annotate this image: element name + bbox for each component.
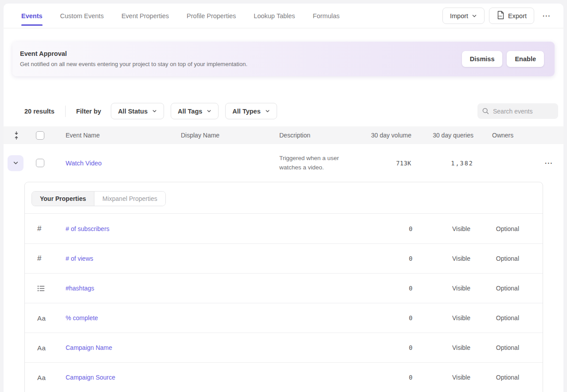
tab-your-properties[interactable]: Your Properties <box>32 192 94 206</box>
column-volume[interactable]: 30 day volume <box>364 132 412 139</box>
csv-file-icon: csv <box>497 11 504 21</box>
svg-text:csv: csv <box>499 15 502 17</box>
events-table-header: Event Name Display Name Description 30 d… <box>4 126 563 144</box>
property-count: 0 <box>346 285 413 292</box>
tags-filter-dropdown[interactable]: All Tags <box>171 103 219 119</box>
import-button-label: Import <box>450 12 468 20</box>
property-requirement: Optional <box>470 344 519 351</box>
status-filter-label: All Status <box>118 108 148 115</box>
list-type-icon <box>37 285 45 292</box>
column-owners[interactable]: Owners <box>474 132 532 139</box>
import-button[interactable]: Import <box>442 8 485 24</box>
text-type-icon: Aa <box>37 314 46 322</box>
property-name-link[interactable]: #hashtags <box>66 285 94 292</box>
property-count: 0 <box>346 225 413 232</box>
property-row: Aa % complete 0 Visible Optional <box>25 303 543 333</box>
tab-mixpanel-properties[interactable]: Mixpanel Properties <box>94 192 165 206</box>
enable-button[interactable]: Enable <box>507 51 544 67</box>
properties-tabs-wrap: Your Properties Mixpanel Properties <box>25 182 543 214</box>
search-icon <box>482 107 489 115</box>
tab-event-properties[interactable]: Event Properties <box>121 4 169 28</box>
tab-profile-properties[interactable]: Profile Properties <box>187 4 236 28</box>
tab-events[interactable]: Events <box>21 4 43 28</box>
property-visibility: Visible <box>413 285 470 292</box>
property-requirement: Optional <box>470 225 519 232</box>
main-card: Events Custom Events Event Properties Pr… <box>4 4 563 392</box>
property-name-link[interactable]: Campaign Source <box>66 374 115 381</box>
search-input[interactable] <box>493 108 554 115</box>
property-requirement: Optional <box>470 255 519 262</box>
event-description: Triggered when a user watches a video. <box>275 154 364 172</box>
more-options-icon[interactable]: ⋯ <box>539 12 555 20</box>
filter-row: 20 results Filter by All Status All Tags… <box>4 103 563 119</box>
number-type-icon: # <box>37 254 41 263</box>
property-count: 0 <box>346 344 413 351</box>
select-all-checkbox[interactable] <box>36 131 44 140</box>
column-description[interactable]: Description <box>275 132 364 139</box>
property-name-link[interactable]: Campaign Name <box>66 344 112 351</box>
banner-title: Event Approval <box>20 49 247 59</box>
chevron-down-icon <box>152 109 157 114</box>
tab-formulas[interactable]: Formulas <box>313 4 340 28</box>
property-requirement: Optional <box>470 285 519 292</box>
collapse-row-button[interactable] <box>8 155 23 171</box>
dismiss-button[interactable]: Dismiss <box>462 51 503 67</box>
property-requirement: Optional <box>470 314 519 321</box>
event-volume: 713K <box>364 160 412 167</box>
column-event-name[interactable]: Event Name <box>62 132 176 139</box>
properties-tab-control: Your Properties Mixpanel Properties <box>31 191 166 206</box>
top-navigation: Events Custom Events Event Properties Pr… <box>4 4 563 28</box>
property-row: Aa Campaign Name 0 Visible Optional <box>25 333 543 362</box>
chevron-down-icon <box>13 160 19 166</box>
status-filter-dropdown[interactable]: All Status <box>111 103 164 119</box>
property-name-link[interactable]: # of subscribers <box>66 225 109 232</box>
text-type-icon: Aa <box>37 374 46 381</box>
tab-custom-events[interactable]: Custom Events <box>60 4 104 28</box>
property-visibility: Visible <box>413 344 470 351</box>
search-box <box>477 103 558 119</box>
event-approval-banner: Event Approval Get notified on all new e… <box>12 42 555 76</box>
banner-description: Get notified on all new events entering … <box>20 60 247 69</box>
property-name-link[interactable]: # of views <box>66 255 93 262</box>
export-button[interactable]: csv Export <box>489 8 534 24</box>
number-type-icon: # <box>37 224 41 233</box>
tags-filter-label: All Tags <box>178 108 202 115</box>
row-checkbox[interactable] <box>36 159 44 167</box>
property-visibility: Visible <box>413 225 470 232</box>
property-visibility: Visible <box>413 255 470 262</box>
nav-tabs: Events Custom Events Event Properties Pr… <box>21 4 340 28</box>
property-requirement: Optional <box>470 374 519 381</box>
banner-text: Event Approval Get notified on all new e… <box>20 49 247 68</box>
divider <box>65 106 66 117</box>
event-name-link[interactable]: Watch Video <box>66 160 102 167</box>
table-row-watch-video: Watch Video Triggered when a user watche… <box>4 144 563 182</box>
nav-actions: Import csv Export ⋯ <box>442 8 555 24</box>
property-row: # # of subscribers 0 Visible Optional <box>25 214 543 243</box>
properties-panel: Your Properties Mixpanel Properties # # … <box>24 182 543 392</box>
chevron-down-icon <box>207 109 211 114</box>
text-type-icon: Aa <box>37 344 46 352</box>
filter-by-label: Filter by <box>76 108 101 115</box>
types-filter-label: All Types <box>232 108 260 115</box>
row-more-options-icon[interactable]: ⋯ <box>541 158 557 168</box>
results-count: 20 results <box>24 108 55 115</box>
column-queries[interactable]: 30 day queries <box>412 132 474 139</box>
property-count: 0 <box>346 374 413 381</box>
property-row: Aa Campaign Source 0 Visible Optional <box>25 362 543 392</box>
banner-actions: Dismiss Enable <box>462 51 544 67</box>
property-visibility: Visible <box>413 374 470 381</box>
chevron-down-icon <box>472 13 477 19</box>
event-queries: 1,382 <box>412 160 474 167</box>
chevron-down-icon <box>265 109 270 114</box>
types-filter-dropdown[interactable]: All Types <box>225 103 277 119</box>
property-visibility: Visible <box>413 314 470 321</box>
property-count: 0 <box>346 255 413 262</box>
property-row: # # of views 0 Visible Optional <box>25 243 543 273</box>
column-display-name[interactable]: Display Name <box>176 132 275 139</box>
property-name-link[interactable]: % complete <box>66 314 98 321</box>
collapse-all-icon[interactable] <box>4 131 29 140</box>
export-button-label: Export <box>508 12 527 20</box>
property-row: #hashtags 0 Visible Optional <box>25 273 543 303</box>
property-count: 0 <box>346 314 413 321</box>
tab-lookup-tables[interactable]: Lookup Tables <box>254 4 295 28</box>
